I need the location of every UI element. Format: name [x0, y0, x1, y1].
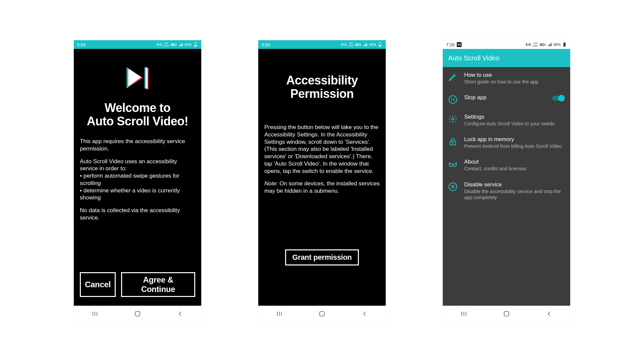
status-indicators: Vo) LTE1 4G+ 90%: [526, 42, 567, 47]
x-circle-icon: [448, 182, 458, 191]
menu-item-about[interactable]: About Contact, credits and licenses: [443, 154, 570, 176]
recents-button[interactable]: [273, 310, 286, 318]
status-bar: 7:20 Vo) LTE1 4G+ 90%: [443, 40, 570, 49]
settings-screen: How to use Short guide on how to use the…: [443, 67, 570, 306]
menu-item-lock-memory[interactable]: Lock app in memory Prevent Android from …: [443, 131, 570, 154]
svg-point-28: [449, 96, 457, 103]
svg-point-35: [449, 164, 452, 167]
pencil-icon: [448, 72, 458, 82]
battery-pct: 90%: [553, 43, 561, 47]
menu-item-disable-service[interactable]: Disable service Disable the accessibilit…: [443, 177, 570, 205]
menu-item-title: Stop app: [464, 94, 545, 101]
home-button[interactable]: [131, 310, 144, 318]
recents-button[interactable]: [88, 310, 102, 318]
settings-list: How to use Short guide on how to use the…: [443, 67, 570, 205]
menu-item-sub: Short guide on how to use the app: [464, 79, 565, 85]
recents-button[interactable]: [457, 310, 471, 318]
svg-marker-22: [458, 43, 460, 46]
android-nav-bar: [443, 306, 570, 322]
app-logo: [74, 64, 201, 91]
hotspot-icon: [341, 42, 346, 47]
svg-point-14: [343, 44, 344, 45]
lte-label: LTE1: [163, 45, 169, 47]
menu-item-title: Disable service: [464, 181, 565, 188]
permission-title: Accessibility Permission: [261, 74, 383, 100]
gear-icon: [448, 114, 458, 124]
lte-label: LTE1: [532, 45, 538, 47]
glasses-icon: [448, 159, 458, 169]
note-label: Note:: [264, 180, 278, 187]
stop-app-toggle[interactable]: [552, 95, 565, 102]
status-bar: 5:54 Vo) LTE1 4G+ 34%: [258, 40, 386, 49]
menu-item-sub: Contact, credits and licenses: [464, 166, 565, 172]
status-indicators: Vo) LTE1 4G+ 33%: [157, 42, 198, 47]
lock-icon: [448, 137, 458, 146]
svg-marker-6: [128, 68, 141, 86]
network-type: 4G+: [355, 43, 362, 47]
svg-point-31: [452, 118, 454, 120]
phone-permission: 5:54 Vo) LTE1 4G+ 34% Accessibility Perm…: [258, 40, 386, 322]
back-button[interactable]: [358, 310, 371, 318]
svg-point-24: [528, 44, 529, 45]
permission-screen: Accessibility Permission Pressing the bu…: [258, 49, 386, 306]
menu-item-settings[interactable]: Settings Configure Auto Scroll Video to …: [443, 109, 570, 131]
cancel-button[interactable]: Cancel: [80, 272, 116, 297]
status-bar: 5:54 Vo) LTE1 4G+ 33%: [74, 40, 201, 49]
svg-point-33: [452, 142, 453, 143]
svg-rect-23: [460, 43, 461, 46]
svg-rect-3: [195, 45, 197, 46]
permission-body: Pressing the button below will take you …: [258, 124, 386, 200]
home-button[interactable]: [500, 310, 513, 318]
status-time: 7:20: [446, 42, 454, 47]
menu-item-sub: Disable the accessibility service and st…: [464, 188, 565, 200]
back-button[interactable]: [542, 310, 556, 318]
network-type: 4G+: [171, 43, 177, 47]
battery-pct: 34%: [369, 43, 376, 47]
status-time: 5:54: [77, 42, 86, 47]
grant-permission-button[interactable]: Grant permission: [285, 249, 359, 265]
svg-point-0: [159, 44, 160, 45]
welcome-title: Welcome to Auto Scroll Video!: [76, 101, 199, 128]
svg-rect-9: [146, 68, 148, 88]
back-button[interactable]: [173, 310, 187, 318]
hotspot-icon: [157, 42, 162, 47]
signal-icon: [363, 42, 368, 47]
menu-item-stop-app[interactable]: Stop app: [443, 89, 570, 109]
menu-item-title: How to use: [464, 72, 565, 78]
agree-continue-button[interactable]: Agree & Continue: [121, 272, 195, 297]
android-nav-bar: [258, 306, 386, 322]
welcome-screen: Welcome to Auto Scroll Video! This app r…: [74, 49, 201, 306]
menu-item-sub: Configure Auto Scroll Video to your need…: [464, 121, 565, 127]
home-button[interactable]: [315, 310, 329, 318]
battery-icon: [562, 42, 567, 47]
svg-point-36: [453, 164, 456, 167]
pause-icon: [448, 95, 458, 104]
menu-item-title: Settings: [464, 114, 565, 120]
menu-item-how-to-use[interactable]: How to use Short guide on how to use the…: [443, 67, 570, 89]
status-indicators: Vo) LTE1 4G+ 34%: [341, 42, 382, 47]
svg-rect-16: [380, 42, 381, 43]
hotspot-icon: [526, 42, 531, 47]
app-bar-title: Auto Scroll Video: [448, 54, 499, 62]
welcome-body: This app requires the accessibility serv…: [74, 138, 201, 227]
svg-rect-43: [504, 311, 509, 316]
battery-pct: 33%: [184, 43, 192, 47]
menu-item-title: Lock app in memory: [464, 136, 565, 142]
signal-icon: [547, 42, 552, 47]
android-nav-bar: [74, 306, 201, 322]
menu-item-title: About: [464, 159, 565, 165]
menu-item-sub: Prevent Android from killing Auto Scroll…: [464, 143, 565, 149]
svg-rect-21: [320, 311, 324, 316]
phone-welcome: 5:54 Vo) LTE1 4G+ 33% Welco: [74, 40, 201, 322]
status-time: 5:54: [262, 42, 270, 47]
svg-rect-17: [379, 45, 381, 46]
svg-rect-26: [564, 42, 565, 43]
network-type: 4G+: [540, 43, 546, 47]
svg-rect-2: [195, 42, 196, 43]
signal-icon: [178, 42, 183, 47]
app-bar: Auto Scroll Video: [443, 49, 570, 67]
svg-rect-13: [135, 311, 140, 316]
lte-label: LTE1: [347, 45, 354, 47]
svg-rect-27: [564, 43, 566, 46]
battery-icon: [193, 42, 198, 47]
